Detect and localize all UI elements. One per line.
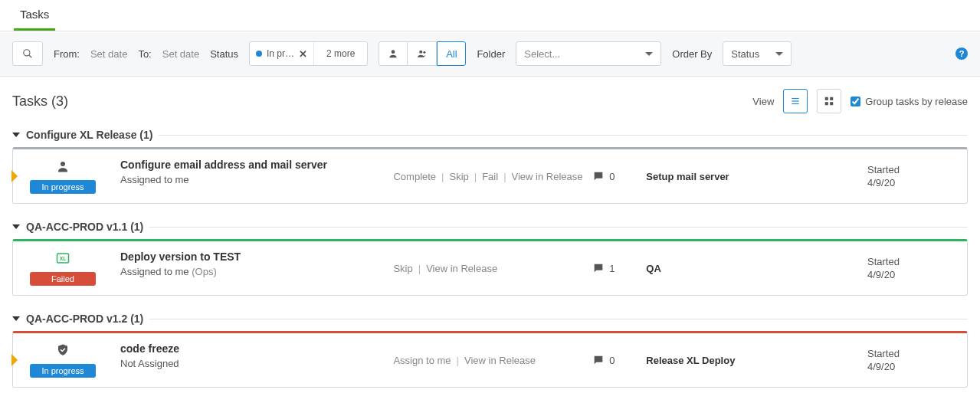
comment-count: 0 [609,355,615,366]
divider [149,227,968,228]
svg-rect-8 [825,97,828,100]
group-header[interactable]: Configure XL Release (1) [12,129,968,141]
svg-point-4 [423,51,425,54]
task-type-icon: XL [55,251,70,266]
divider [149,319,968,319]
status-column: In progress [13,333,113,387]
action-skip[interactable]: Skip [449,171,468,182]
action-assign-to-me[interactable]: Assign to me [393,355,451,366]
group-by-release-label: Group tasks by release [865,96,968,107]
task-main-column: Deploy version to TESTAssigned to me (Op… [113,241,393,295]
group-header[interactable]: QA-ACC-PROD v1.1 (1) [12,221,968,233]
remove-chip-icon[interactable]: ✕ [299,48,307,60]
task-type-icon [55,342,70,358]
task-main-column: Configure email address and mail serverA… [113,149,393,203]
search-icon [22,48,33,59]
svg-text:XL: XL [60,256,67,261]
task-group: Configure XL Release (1)In progressConfi… [12,129,968,204]
assignee-me-button[interactable] [379,41,408,66]
date-column: Started4/9/20 [867,241,967,295]
action-view-in-release[interactable]: View in Release [426,263,497,274]
assigned-text: Assigned to me (Ops) [120,266,385,277]
separator: | [418,263,421,274]
status-label: Status [210,48,238,60]
action-fail[interactable]: Fail [482,171,498,182]
assignee-team-button[interactable] [408,41,437,66]
separator: | [474,171,477,182]
date-label: Started [867,256,967,267]
group-by-release-input[interactable] [851,97,860,106]
status-badge: In progress [30,364,96,378]
list-icon [790,96,801,106]
action-view-in-release[interactable]: View in Release [464,355,536,366]
assigned-text: Not Assigned [120,358,385,369]
status-chip-in-progress[interactable]: In pr… ✕ [250,42,314,65]
page-title: Tasks (3) [12,93,68,110]
group-title: Configure XL Release (1) [26,129,152,141]
grid-icon [824,96,834,106]
view-controls: View Group tasks by release [752,89,968,113]
action-skip[interactable]: Skip [393,263,412,274]
view-list-button[interactable] [783,89,808,113]
phase-column: Release XL Deploy [646,333,867,387]
date-column: Started4/9/20 [867,149,967,203]
task-group: QA-ACC-PROD v1.2 (1)In progresscode free… [12,313,968,388]
collapse-caret-icon[interactable] [12,316,20,321]
task-group: QA-ACC-PROD v1.1 (1)XLFailedDeploy versi… [12,221,968,296]
status-badge: In progress [30,180,96,194]
date-label: Started [867,348,967,359]
status-column: In progress [13,149,113,203]
view-grid-button[interactable] [817,89,841,113]
svg-rect-9 [830,97,833,100]
folder-select[interactable]: Select... [516,41,661,66]
status-column: XLFailed [13,241,113,295]
comments-column[interactable]: 0 [592,333,646,387]
collapse-caret-icon[interactable] [12,224,20,229]
phase-column: QA [646,241,867,295]
separator: | [441,171,444,182]
orderby-select[interactable]: Status [723,41,792,66]
task-title[interactable]: code freeze [120,342,385,355]
flag-icon [11,170,18,182]
content-area: Tasks (3) View Group tasks by release Co… [0,77,980,393]
collapse-caret-icon[interactable] [12,133,20,137]
task-title[interactable]: Deploy version to TEST [120,251,385,263]
to-label: To: [138,48,151,60]
from-date-input[interactable]: Set date [90,48,127,60]
action-view-in-release[interactable]: View in Release [512,171,583,182]
task-card[interactable]: In progresscode freezeNot AssignedAssign… [12,331,968,388]
svg-point-3 [419,51,422,54]
group-header[interactable]: QA-ACC-PROD v1.2 (1) [12,313,968,325]
folder-label: Folder [477,48,505,60]
divider [159,135,968,136]
comments-column[interactable]: 1 [592,241,646,295]
group-title: QA-ACC-PROD v1.2 (1) [26,313,143,325]
assignee-all-button[interactable]: All [437,41,466,66]
svg-point-2 [392,50,395,54]
svg-line-1 [29,55,32,58]
task-title[interactable]: Configure email address and mail server [120,159,385,171]
status-filter-box[interactable]: In pr… ✕ 2 more [249,41,368,66]
action-complete[interactable]: Complete [393,171,436,182]
task-card[interactable]: XLFailedDeploy version to TESTAssigned t… [12,239,968,296]
svg-rect-11 [830,102,833,105]
actions-column: Skip|View in Release [393,241,592,295]
date-label: Started [867,164,967,175]
group-by-release-checkbox[interactable]: Group tasks by release [851,96,968,107]
folder-placeholder: Select... [524,48,560,60]
flag-icon [11,354,18,366]
to-date-input[interactable]: Set date [162,48,199,60]
search-button[interactable] [12,41,43,66]
task-card[interactable]: In progressConfigure email address and m… [12,147,968,204]
people-icon [416,48,428,59]
caret-down-icon [775,52,783,56]
comments-column[interactable]: 0 [592,149,646,203]
view-label: View [752,96,774,107]
group-title: QA-ACC-PROD v1.1 (1) [26,221,143,233]
status-more-chip[interactable]: 2 more [314,48,367,59]
comment-count: 0 [609,171,615,182]
tab-tasks[interactable]: Tasks [14,0,55,31]
svg-point-12 [61,162,65,166]
phase-column: Setup mail server [646,149,867,203]
help-button[interactable]: ? [955,47,968,60]
